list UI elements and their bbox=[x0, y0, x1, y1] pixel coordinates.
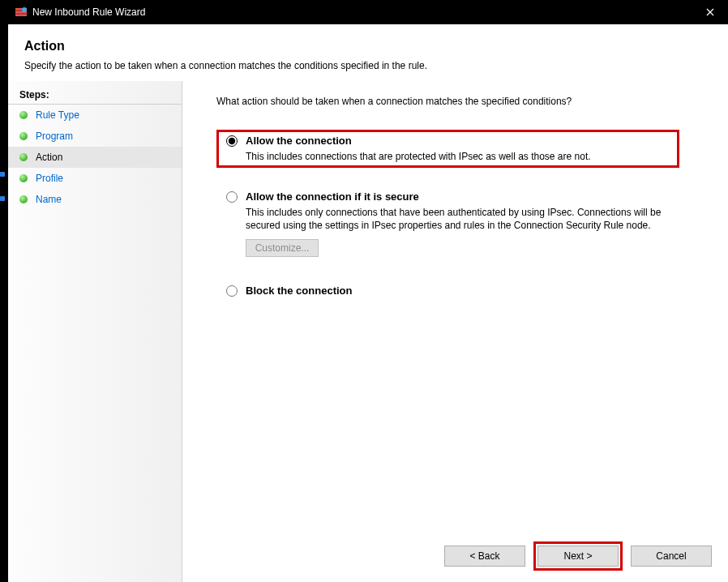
back-button[interactable]: < Back bbox=[444, 546, 525, 567]
step-bullet-icon bbox=[19, 111, 28, 119]
customize-button: Customize... bbox=[246, 239, 319, 257]
svg-point-4 bbox=[22, 7, 27, 12]
window-title: New Inbound Rule Wizard bbox=[32, 6, 692, 18]
next-button[interactable]: Next > bbox=[537, 546, 619, 567]
action-option: Block the connection bbox=[216, 280, 679, 302]
step-item[interactable]: Action bbox=[8, 147, 182, 168]
content-pane: What action should be taken when a conne… bbox=[182, 81, 728, 582]
svg-rect-3 bbox=[15, 15, 27, 16]
step-bullet-icon bbox=[19, 153, 28, 161]
accent-dot bbox=[0, 196, 5, 201]
step-item[interactable]: Rule Type bbox=[8, 105, 182, 126]
option-description: This includes connections that are prote… bbox=[246, 150, 674, 163]
accent-dot bbox=[0, 172, 5, 177]
step-label: Name bbox=[36, 194, 62, 205]
prompt-text: What action should be taken when a conne… bbox=[216, 96, 704, 107]
header: Action Specify the action to be taken wh… bbox=[8, 24, 728, 81]
wizard-window: New Inbound Rule Wizard Action Specify t… bbox=[8, 0, 728, 582]
page-subtitle: Specify the action to be taken when a co… bbox=[24, 60, 712, 71]
step-item[interactable]: Name bbox=[8, 189, 182, 210]
next-button-highlight: Next > bbox=[533, 541, 623, 571]
step-item[interactable]: Profile bbox=[8, 168, 182, 189]
step-label: Program bbox=[36, 131, 73, 142]
footer-buttons: < Back Next > Cancel bbox=[443, 541, 713, 571]
action-radio[interactable] bbox=[226, 135, 238, 147]
cancel-button[interactable]: Cancel bbox=[631, 546, 712, 567]
step-bullet-icon bbox=[19, 174, 28, 182]
options-group: Allow the connectionThis includes connec… bbox=[216, 130, 704, 319]
body: Steps: Rule TypeProgramActionProfileName… bbox=[8, 81, 728, 582]
option-label: Allow the connection bbox=[246, 135, 352, 147]
left-black-strip bbox=[0, 0, 8, 582]
steps-sidebar: Steps: Rule TypeProgramActionProfileName bbox=[8, 81, 182, 582]
steps-heading: Steps: bbox=[8, 86, 182, 105]
step-label: Profile bbox=[36, 173, 63, 184]
step-bullet-icon bbox=[19, 195, 28, 203]
titlebar: New Inbound Rule Wizard bbox=[8, 0, 728, 24]
option-label: Allow the connection if it is secure bbox=[246, 190, 419, 203]
action-radio[interactable] bbox=[226, 191, 238, 203]
firewall-icon bbox=[15, 6, 28, 19]
close-button[interactable] bbox=[692, 0, 728, 24]
step-item[interactable]: Program bbox=[8, 126, 182, 147]
page-title: Action bbox=[24, 39, 712, 53]
option-label: Block the connection bbox=[246, 285, 352, 297]
action-option: Allow the connectionThis includes connec… bbox=[216, 130, 679, 168]
action-option: Allow the connection if it is secureThis… bbox=[216, 186, 679, 261]
step-label: Action bbox=[36, 152, 62, 163]
action-radio[interactable] bbox=[226, 285, 238, 297]
option-description: This includes only connections that have… bbox=[246, 206, 674, 232]
step-bullet-icon bbox=[19, 132, 28, 140]
step-label: Rule Type bbox=[36, 109, 79, 121]
